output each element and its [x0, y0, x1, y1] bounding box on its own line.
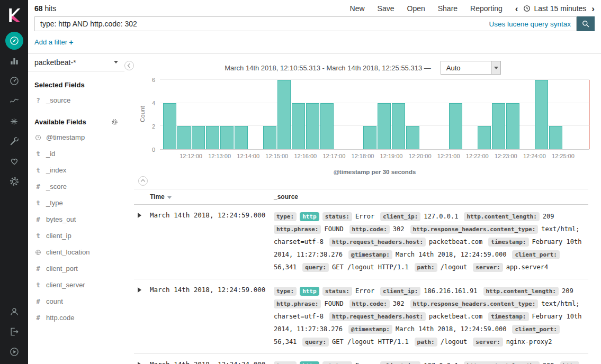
menu-reporting[interactable]: Reporting: [470, 4, 503, 13]
lucene-syntax-link[interactable]: Uses lucene query syntax: [489, 20, 571, 28]
histogram-bar[interactable]: [320, 103, 334, 149]
expand-row-button[interactable]: [134, 285, 150, 348]
time-forward-chevron-icon[interactable]: ›: [591, 4, 595, 13]
field-item-count[interactable]: #count: [28, 293, 124, 310]
field-name: client_server: [46, 281, 85, 289]
field-item-clientip[interactable]: tclient_ip: [28, 228, 124, 244]
menu-open[interactable]: Open: [407, 4, 425, 13]
time-picker-button[interactable]: Last 15 minutes: [523, 4, 586, 13]
time-column-header[interactable]: Time: [150, 193, 274, 201]
sidebar-item-dev-tools[interactable]: [0, 131, 28, 151]
interval-select[interactable]: Auto: [441, 61, 501, 75]
field-key-chip: server:: [473, 263, 503, 272]
field-value: packetbeat.com: [429, 238, 482, 245]
time-range-label: Last 15 minutes: [534, 4, 586, 13]
sidebar-item-logout[interactable]: [0, 322, 28, 342]
histogram-bar[interactable]: [449, 103, 462, 149]
kibana-logo[interactable]: [0, 0, 28, 31]
field-key-chip: path:: [415, 263, 437, 272]
histogram-bar[interactable]: [177, 126, 191, 149]
histogram-bar[interactable]: [506, 103, 519, 149]
field-item-score[interactable]: #_score: [28, 178, 124, 195]
sidebar-item-timelion[interactable]: [0, 91, 28, 111]
histogram-header: March 14th 2018, 12:10:55.313 - March 14…: [124, 61, 601, 75]
search-button[interactable]: [577, 16, 595, 31]
time-back-chevron-icon[interactable]: ‹: [515, 4, 518, 13]
add-filter-plus-icon[interactable]: +: [69, 38, 73, 47]
histogram-bar[interactable]: [406, 126, 419, 149]
menu-share[interactable]: Share: [438, 4, 458, 13]
highlighted-value: http: [300, 212, 319, 221]
histogram-bar[interactable]: [378, 103, 391, 149]
expand-row-button[interactable]: [134, 359, 150, 364]
field-item-clientserver[interactable]: tclient_server: [28, 277, 124, 293]
field-key-chip: status:: [322, 361, 352, 364]
expand-row-button[interactable]: [134, 210, 150, 274]
sidebar-item-account[interactable]: [0, 302, 28, 322]
doc-table-body: March 14th 2018, 12:24:59.000type:httpst…: [134, 205, 588, 364]
collapse-sidebar-button[interactable]: [124, 61, 134, 70]
sidebar-item-discover[interactable]: [0, 31, 28, 51]
sidebar-item-monitoring[interactable]: [0, 151, 28, 171]
sidebar-item-apm[interactable]: [0, 111, 28, 131]
menu-save[interactable]: Save: [378, 4, 394, 13]
field-key-chip: status:: [322, 212, 352, 221]
field-item-httpcode[interactable]: #http.code: [28, 310, 124, 326]
collapse-histogram-button[interactable]: [138, 176, 148, 186]
sidebar-item-dashboard[interactable]: [0, 71, 28, 91]
field-item-id[interactable]: t_id: [28, 145, 124, 162]
add-filter-link[interactable]: Add a filter: [34, 38, 67, 46]
histogram-bar[interactable]: [206, 126, 219, 149]
search-box: Uses lucene query syntax: [34, 16, 577, 31]
histogram-bar[interactable]: [220, 126, 234, 149]
field-key-chip: query:: [302, 263, 329, 272]
sidebar-collapse-button[interactable]: [0, 342, 28, 362]
row-time: March 14th 2018, 12:24:24.000: [150, 359, 274, 364]
histogram-bar[interactable]: [277, 80, 291, 149]
field-settings-gear-icon[interactable]: [111, 119, 118, 125]
x-tick-label: 12:25:00: [552, 153, 575, 159]
field-item-timestamp[interactable]: @timestamp: [28, 129, 124, 145]
histogram-bar[interactable]: [306, 103, 319, 149]
histogram-bar[interactable]: [492, 103, 505, 149]
index-pattern-label: packetbeat-*: [34, 58, 76, 67]
field-key-chip: http.phrase:: [274, 225, 321, 234]
histogram-bar[interactable]: [363, 126, 376, 149]
histogram-bar[interactable]: [535, 80, 548, 149]
field-item-bytesout[interactable]: #bytes_out: [28, 211, 124, 228]
field-name: bytes_out: [46, 215, 76, 223]
hits-label: hits: [44, 4, 56, 13]
x-tick-label: 12:21:00: [437, 153, 460, 159]
histogram-bar[interactable]: [292, 103, 305, 149]
histogram-bar[interactable]: [235, 126, 248, 149]
search-input[interactable]: [35, 20, 489, 28]
caret-right-icon: [138, 362, 141, 364]
field-item-clientport[interactable]: #client_port: [28, 260, 124, 277]
histogram-plot: [160, 80, 589, 150]
hits-count: 68 hits: [34, 4, 56, 13]
field-key-chip: path:: [415, 338, 437, 347]
field-key-chip: http.response_headers.content_type:: [410, 299, 539, 308]
menu-new[interactable]: New: [350, 4, 365, 13]
field-name: _id: [46, 150, 55, 158]
field-item-clientlocation[interactable]: client_location: [28, 244, 124, 260]
sidebar-item-visualize[interactable]: [0, 51, 28, 71]
field-item-index[interactable]: t_index: [28, 162, 124, 178]
field-key-chip: http: [560, 361, 580, 364]
field-item-source[interactable]: ?_source: [28, 92, 124, 108]
index-pattern-selector[interactable]: packetbeat-*: [28, 53, 124, 71]
histogram-bar[interactable]: [478, 126, 491, 149]
field-value: 302: [393, 300, 405, 307]
histogram-bar[interactable]: [392, 103, 405, 149]
field-key-chip: @timestamp:: [348, 325, 392, 334]
histogram-bar[interactable]: [549, 126, 562, 149]
histogram-bar[interactable]: [163, 103, 176, 149]
field-value: nginx-proxy2: [506, 338, 552, 345]
field-item-type[interactable]: t_type: [28, 195, 124, 211]
globe-icon: [35, 249, 41, 256]
sidebar-item-management[interactable]: [0, 171, 28, 192]
histogram-bar[interactable]: [263, 126, 276, 149]
histogram-bar[interactable]: [192, 126, 205, 149]
gauge-icon: [9, 76, 20, 86]
x-tick-label: 12:16:00: [294, 153, 317, 159]
